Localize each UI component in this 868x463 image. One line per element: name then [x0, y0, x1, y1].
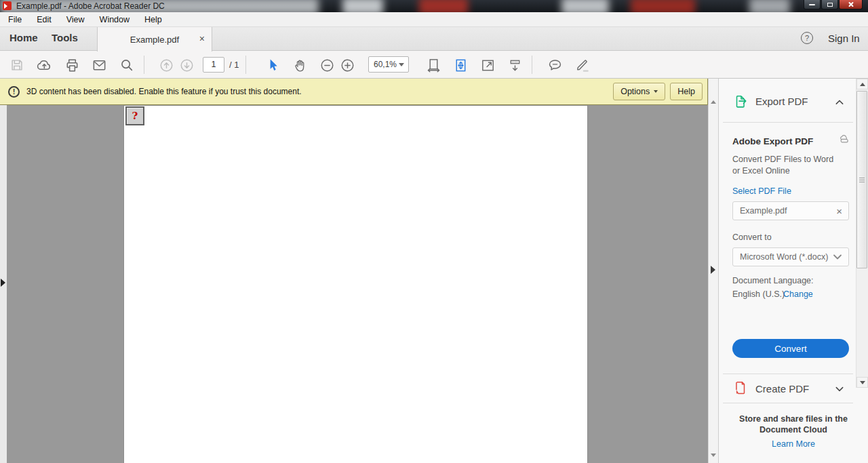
expand-section-button[interactable] [833, 384, 846, 394]
selected-file-field[interactable]: Example.pdf × [732, 201, 849, 220]
scroll-down-icon[interactable] [711, 454, 716, 457]
menu-window[interactable]: Window [97, 14, 132, 26]
maximize-icon [827, 3, 833, 7]
chevron-down-icon [832, 253, 843, 261]
tab-close-icon[interactable]: × [199, 33, 205, 44]
glass-blur [561, 0, 609, 12]
print-button[interactable] [63, 56, 81, 74]
glass-blur [419, 0, 468, 12]
panel-scroll-down-button[interactable] [856, 377, 868, 388]
caret-down-icon [399, 63, 404, 66]
fit-page-icon [453, 58, 469, 73]
help-icon[interactable]: ? [801, 32, 813, 44]
format-value: Microsoft Word (*.docx) [733, 252, 832, 262]
clear-file-icon[interactable]: × [836, 205, 848, 217]
title-bar[interactable]: Example.pdf - Adobe Acrobat Reader DC [0, 0, 868, 12]
sign-in-link[interactable]: Sign In [828, 33, 860, 44]
fit-width-button[interactable] [425, 56, 442, 74]
hand-tool-button[interactable] [291, 56, 309, 74]
export-description: Convert PDF Files to Word or Excel Onlin… [732, 154, 835, 177]
fit-width-icon [426, 58, 441, 73]
select-pdf-file-link[interactable]: Select PDF File [732, 186, 791, 196]
thumb-grip [859, 182, 865, 182]
help-glyph: ? [805, 34, 809, 42]
menu-help[interactable]: Help [142, 14, 165, 26]
warning-icon: ! [8, 86, 20, 98]
collapse-right-panel-handle[interactable] [711, 266, 715, 274]
export-pdf-icon [732, 94, 748, 110]
zoom-out-button[interactable] [318, 56, 336, 74]
export-pdf-title[interactable]: Export PDF [755, 96, 808, 107]
scroll-up-icon[interactable] [711, 100, 716, 104]
toolbar-separator [532, 56, 532, 74]
disabled-3d-placeholder[interactable]: ? [125, 106, 144, 125]
previous-page-button[interactable] [157, 56, 175, 74]
tab-tools[interactable]: Tools [52, 32, 78, 43]
full-screen-button[interactable] [479, 56, 496, 74]
zoom-in-button[interactable] [338, 56, 356, 74]
next-page-button[interactable] [178, 56, 195, 74]
convert-button[interactable]: Convert [732, 339, 849, 358]
tab-document[interactable]: Example.pdf × [97, 27, 212, 52]
email-button[interactable] [90, 56, 108, 74]
zoom-level-dropdown[interactable]: 60,1% [368, 56, 409, 73]
toolbar-separator [144, 56, 144, 74]
divider [723, 374, 853, 374]
chevron-up-icon [833, 97, 846, 106]
convert-button-label: Convert [774, 344, 806, 354]
options-label: Options [620, 87, 650, 96]
adobe-export-pdf-heading: Adobe Export PDF [732, 136, 813, 146]
envelope-icon [92, 58, 107, 73]
convert-to-label: Convert to [732, 233, 772, 242]
warning-help-button[interactable]: Help [670, 83, 703, 100]
thumb-grip [859, 178, 865, 178]
placeholder-glyph: ? [132, 110, 138, 122]
chevron-down-icon [833, 384, 846, 394]
glass-blur [749, 0, 790, 12]
panel-scroll-up-button[interactable] [856, 79, 868, 89]
zoom-in-icon [340, 58, 355, 73]
selection-tool-button[interactable] [263, 56, 281, 74]
divider [723, 122, 853, 123]
minimize-button[interactable] [804, 0, 821, 9]
fit-page-button[interactable] [452, 56, 469, 74]
highlighter-icon [574, 58, 590, 73]
print-icon [64, 58, 80, 73]
maximize-button[interactable] [821, 0, 838, 9]
hide-toolbar-button[interactable] [506, 56, 524, 74]
expand-left-panel-handle[interactable] [1, 279, 5, 287]
tab-home[interactable]: Home [9, 32, 38, 43]
window-title: Example.pdf - Adobe Acrobat Reader DC [16, 1, 165, 11]
share-cloud-button[interactable] [35, 56, 53, 74]
close-button[interactable] [839, 0, 863, 9]
menu-file[interactable]: File [5, 14, 24, 26]
comment-button[interactable] [546, 56, 564, 74]
collapse-section-button[interactable] [833, 97, 846, 106]
learn-more-link[interactable]: Learn More [726, 439, 861, 449]
create-pdf-title[interactable]: Create PDF [755, 383, 809, 395]
glass-blur [631, 0, 695, 12]
change-language-link[interactable]: Change [783, 289, 813, 299]
acrobat-reader-window: Example.pdf - Adobe Acrobat Reader DC Fi… [0, 0, 868, 463]
warning-bar: ! 3D content has been disabled. Enable t… [0, 79, 708, 105]
options-button[interactable]: Options [613, 83, 665, 100]
scroll-up-icon [860, 83, 865, 86]
highlight-button[interactable] [573, 56, 591, 74]
warning-message: 3D content has been disabled. Enable thi… [26, 87, 613, 96]
warning-glyph: ! [13, 87, 16, 96]
search-button[interactable] [118, 56, 136, 74]
menu-edit[interactable]: Edit [34, 14, 54, 26]
document-cloud-icon [837, 134, 850, 146]
page-number-input[interactable]: 1 [203, 57, 224, 73]
save-button[interactable] [8, 56, 26, 74]
search-icon [119, 58, 134, 73]
menu-view[interactable]: View [64, 14, 87, 26]
panel-scrollbar-thumb[interactable] [856, 91, 867, 268]
comment-bubble-icon [547, 58, 563, 73]
cursor-arrow-icon [264, 58, 280, 73]
page-count-label: / 1 [229, 60, 239, 70]
toolbar-separator [245, 56, 246, 74]
language-value: English (U.S.) [732, 289, 785, 299]
format-dropdown[interactable]: Microsoft Word (*.docx) [732, 247, 849, 266]
pdf-page[interactable] [124, 106, 587, 463]
